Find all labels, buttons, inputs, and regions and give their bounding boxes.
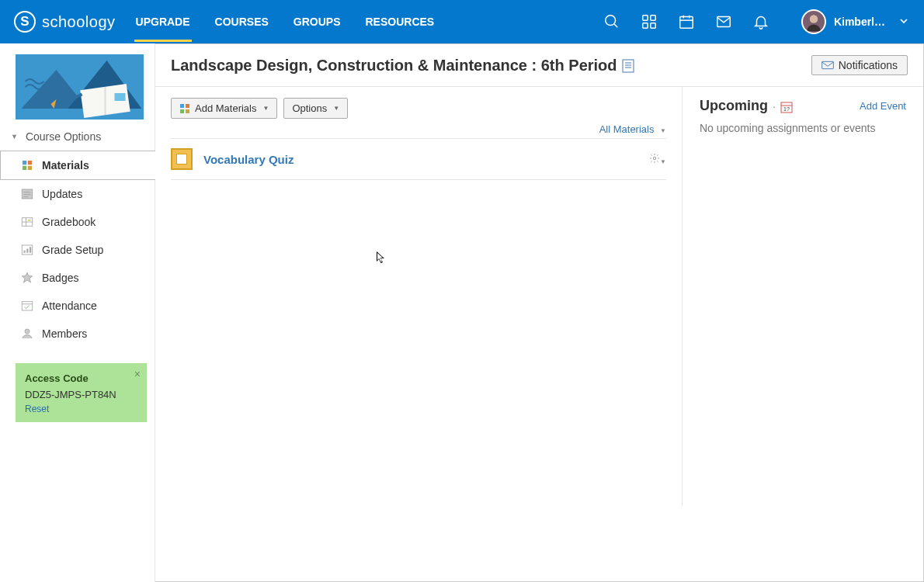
svg-point-50	[653, 157, 656, 160]
brand-name: schoology	[42, 13, 116, 31]
add-materials-button[interactable]: Add Materials ▼	[171, 98, 277, 119]
svg-rect-38	[22, 302, 33, 310]
materials-icon	[20, 158, 34, 172]
nav-icons: Kimberl…	[603, 9, 910, 34]
gradebook-icon	[20, 215, 34, 229]
sidebar-item-grade-setup[interactable]: Grade Setup	[0, 236, 155, 264]
nav-courses[interactable]: COURSES	[214, 2, 270, 42]
svg-rect-3	[651, 16, 655, 20]
filter-label: All Materials	[599, 123, 655, 135]
search-icon[interactable]	[603, 12, 621, 31]
notifications-label: Notifications	[839, 59, 898, 71]
course-options-toggle[interactable]: ▼ Course Options	[0, 123, 155, 151]
nav-upgrade[interactable]: UPGRADE	[134, 2, 192, 42]
material-title[interactable]: Vocabulary Quiz	[203, 153, 638, 166]
svg-rect-36	[30, 247, 31, 253]
sidebar-item-updates[interactable]: Updates	[0, 180, 155, 208]
materials-filter[interactable]: All Materials ▼	[171, 119, 666, 139]
sidebar-label: Members	[42, 327, 87, 340]
sidebar-item-materials[interactable]: Materials	[0, 151, 155, 180]
main-content: Landscape Design, Construction & Mainten…	[155, 43, 924, 582]
svg-rect-18	[115, 93, 126, 101]
sidebar-label: Materials	[42, 159, 89, 171]
nav-links: UPGRADE COURSES GROUPS RESOURCES	[134, 2, 436, 42]
sidebar-label: Attendance	[42, 300, 97, 312]
svg-rect-32	[28, 220, 31, 221]
sidebar-item-badges[interactable]: Badges	[0, 264, 155, 292]
chevron-down-icon	[898, 15, 910, 29]
gear-icon[interactable]: ▼	[649, 153, 666, 166]
svg-rect-25	[22, 189, 33, 199]
top-navbar: S schoology UPGRADE COURSES GROUPS RESOU…	[0, 0, 924, 43]
notifications-button[interactable]: Notifications	[811, 55, 908, 75]
logo-icon: S	[14, 11, 36, 33]
updates-icon	[20, 187, 34, 201]
attendance-icon	[20, 299, 34, 313]
svg-rect-22	[28, 161, 32, 165]
options-button[interactable]: Options ▼	[283, 98, 348, 119]
page-icon[interactable]	[622, 57, 634, 74]
svg-rect-47	[186, 104, 189, 108]
svg-point-40	[25, 329, 30, 334]
triangle-down-icon: ▼	[11, 133, 18, 140]
svg-rect-48	[180, 109, 184, 113]
course-thumbnail[interactable]	[16, 54, 144, 120]
sidebar-menu: Materials Updates Gradebook Grade Setup …	[0, 151, 155, 348]
svg-text:1?: 1?	[783, 106, 790, 112]
sidebar-item-gradebook[interactable]: Gradebook	[0, 208, 155, 236]
svg-rect-41	[623, 60, 634, 72]
sidebar-label: Grade Setup	[42, 244, 103, 256]
page-title: Landscape Design, Construction & Mainten…	[171, 57, 634, 74]
sidebar-label: Updates	[42, 188, 82, 200]
calendar-small-icon[interactable]: 1?	[780, 100, 793, 113]
upcoming-title: Upcoming	[700, 98, 768, 114]
content-header: Landscape Design, Construction & Mainten…	[155, 44, 923, 87]
badges-icon	[20, 271, 34, 285]
svg-rect-5	[651, 23, 655, 28]
svg-rect-46	[180, 104, 184, 108]
svg-rect-49	[186, 109, 189, 113]
svg-rect-23	[23, 166, 26, 170]
triangle-down-icon: ▼	[262, 105, 269, 112]
quiz-icon	[171, 148, 193, 170]
nav-resources[interactable]: RESOURCES	[364, 2, 436, 42]
access-code-value: DDZ5-JMPS-PT84N	[25, 389, 137, 400]
materials-toolbar: Add Materials ▼ Options ▼	[171, 98, 666, 119]
upcoming-column: Upcoming · 1? Add Event No upcoming assi…	[683, 87, 923, 506]
svg-line-1	[614, 24, 618, 28]
brand-logo[interactable]: S schoology	[14, 11, 116, 33]
sidebar-label: Gradebook	[42, 216, 96, 228]
access-code-title: Access Code	[25, 372, 137, 384]
svg-rect-35	[26, 249, 28, 253]
user-display-name: Kimberl…	[834, 16, 885, 28]
apps-icon[interactable]	[640, 12, 658, 31]
members-icon	[20, 327, 34, 341]
svg-marker-37	[22, 272, 33, 282]
left-sidebar: ▼ Course Options Materials Updates Grade…	[0, 43, 155, 582]
svg-rect-4	[643, 23, 648, 28]
add-event-link[interactable]: Add Event	[860, 100, 906, 112]
bell-icon[interactable]	[752, 12, 770, 31]
page-title-text: Landscape Design, Construction & Mainten…	[171, 57, 617, 74]
svg-rect-21	[23, 161, 26, 165]
user-menu[interactable]: Kimberl…	[801, 9, 910, 34]
avatar	[801, 9, 826, 34]
nav-groups[interactable]: GROUPS	[292, 2, 342, 42]
svg-rect-34	[24, 251, 26, 253]
svg-rect-6	[680, 17, 693, 29]
material-row: Vocabulary Quiz ▼	[171, 139, 666, 180]
svg-rect-24	[28, 166, 32, 170]
sidebar-item-members[interactable]: Members	[0, 320, 155, 348]
sidebar-item-attendance[interactable]: Attendance	[0, 292, 155, 320]
access-code-reset[interactable]: Reset	[25, 404, 137, 414]
upcoming-empty-text: No upcoming assignments or events	[700, 122, 906, 134]
access-code-panel: × Access Code DDZ5-JMPS-PT84N Reset	[16, 363, 147, 422]
mail-icon[interactable]	[714, 12, 733, 31]
calendar-icon[interactable]	[677, 12, 696, 31]
close-icon[interactable]: ×	[134, 368, 141, 380]
svg-rect-2	[643, 16, 648, 20]
sidebar-label: Badges	[42, 272, 78, 284]
course-options-label: Course Options	[26, 130, 101, 143]
svg-point-0	[606, 16, 616, 26]
materials-column: Add Materials ▼ Options ▼ All Materials …	[155, 87, 683, 506]
